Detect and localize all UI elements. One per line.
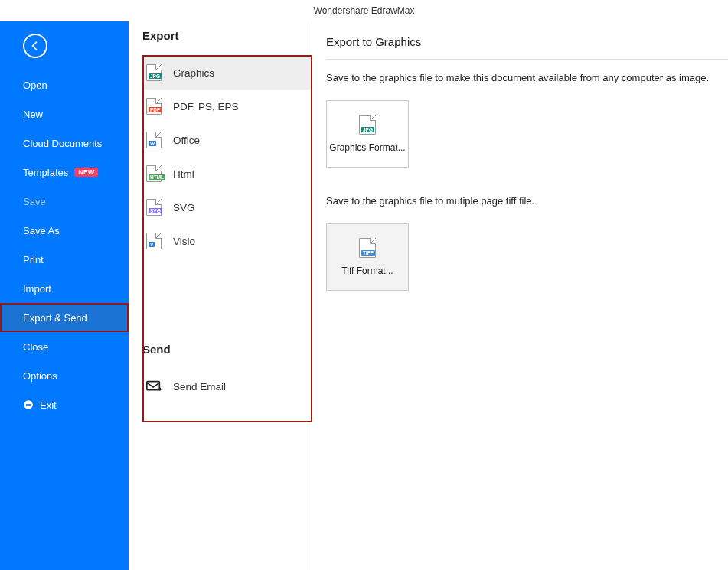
detail-title: Export to Graphics [326, 21, 728, 60]
sidebar: OpenNewCloud DocumentsTemplatesNEWSaveSa… [0, 21, 129, 570]
sidebar-item-cloud-documents[interactable]: Cloud Documents [0, 129, 129, 158]
export-item-label: PDF, PS, EPS [173, 101, 239, 112]
v-icon: V [145, 233, 162, 249]
export-item-label: Html [173, 168, 194, 180]
sidebar-item-close[interactable]: Close [0, 332, 129, 361]
send-heading: Send [142, 343, 312, 356]
back-button[interactable] [23, 34, 47, 58]
html-icon: HTML [145, 165, 162, 182]
pdf-icon: PDF [145, 98, 162, 115]
send-item-label: Send Email [173, 381, 226, 392]
sidebar-item-label: Close [23, 341, 48, 353]
sidebar-item-templates[interactable]: TemplatesNEW [0, 158, 129, 187]
sidebar-item-save-as[interactable]: Save As [0, 216, 129, 245]
sidebar-item-exit[interactable]: Exit [0, 390, 129, 419]
sidebar-item-label: Export & Send [23, 312, 87, 324]
title-bar: Wondershare EdrawMax [0, 0, 728, 21]
send-item-email[interactable]: Send Email [142, 370, 312, 403]
export-item-label: Visio [173, 236, 195, 247]
main-layout: OpenNewCloud DocumentsTemplatesNEWSaveSa… [0, 21, 728, 570]
detail-description-2: Save to the graphics file to mutiple pag… [326, 195, 728, 207]
detail-column: Export to Graphics Save to the graphics … [312, 21, 728, 570]
tiff-format-tile[interactable]: TIFF Tiff Format... [326, 223, 409, 291]
export-item-svg[interactable]: SVGSVG [142, 191, 312, 224]
sidebar-item-save[interactable]: Save [0, 187, 129, 216]
sidebar-item-label: Options [23, 370, 57, 382]
exit-icon [23, 399, 34, 410]
sidebar-item-label: Print [23, 254, 44, 265]
sidebar-item-label: Templates [23, 167, 68, 178]
sidebar-item-import[interactable]: Import [0, 274, 129, 303]
svg-rect-1 [26, 404, 31, 406]
export-item-pdf[interactable]: PDFPDF, PS, EPS [142, 90, 312, 123]
sidebar-item-label: Open [23, 80, 47, 91]
tiff-file-icon: TIFF [359, 238, 376, 258]
email-icon [145, 378, 162, 395]
jpg-icon: JPG [145, 64, 162, 81]
tile-label: Graphics Format... [329, 142, 405, 154]
sidebar-item-open[interactable]: Open [0, 70, 129, 99]
jpg-file-icon: JPG [359, 115, 376, 135]
sidebar-item-export-send[interactable]: Export & Send [0, 303, 129, 332]
graphics-format-tile[interactable]: JPG Graphics Format... [326, 100, 409, 168]
sidebar-item-label: Exit [40, 399, 57, 411]
sidebar-item-label: Save As [23, 225, 60, 236]
new-badge: NEW [74, 168, 98, 177]
sidebar-item-new[interactable]: New [0, 99, 129, 129]
export-column: Export JPGGraphicsPDFPDF, PS, EPSWOffice… [129, 21, 312, 570]
svg-icon: SVG [145, 199, 162, 216]
export-item-html[interactable]: HTMLHtml [142, 157, 312, 191]
sidebar-item-label: Cloud Documents [23, 138, 102, 149]
sidebar-item-options[interactable]: Options [0, 361, 129, 390]
back-arrow-icon [29, 40, 41, 52]
detail-description-1: Save to the graphics file to make this d… [326, 72, 728, 83]
export-item-label: Graphics [173, 67, 214, 79]
export-heading: Export [142, 29, 312, 42]
sidebar-item-label: Save [23, 196, 46, 207]
export-item-label: SVG [173, 202, 195, 213]
sidebar-item-label: Import [23, 283, 51, 295]
app-title: Wondershare EdrawMax [314, 5, 415, 16]
export-item-graphics[interactable]: JPGGraphics [142, 56, 312, 90]
export-item-office[interactable]: WOffice [142, 123, 312, 157]
export-item-visio[interactable]: VVisio [142, 224, 312, 258]
tile-label: Tiff Format... [341, 265, 393, 277]
export-item-label: Office [173, 135, 200, 146]
w-icon: W [145, 132, 162, 148]
sidebar-item-label: New [23, 109, 43, 120]
sidebar-item-print[interactable]: Print [0, 245, 129, 274]
